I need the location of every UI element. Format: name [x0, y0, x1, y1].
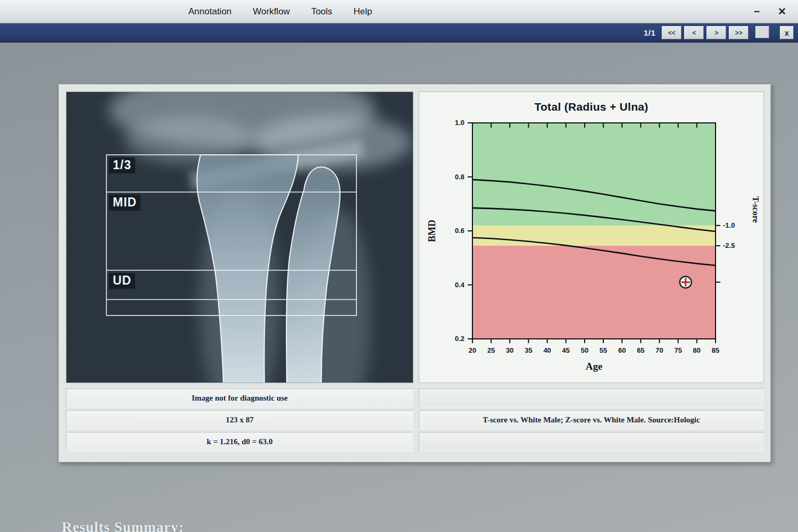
x-tick-label: 80	[693, 346, 701, 354]
menu-items: Annotation Workflow Tools Help	[180, 2, 381, 22]
caption-row-empty	[419, 432, 764, 451]
roi-label-one-third: 1/3	[109, 157, 135, 173]
blank-button[interactable]	[755, 26, 769, 38]
chart-title: Total (Radius + Ulna)	[419, 101, 763, 113]
page-toolbar: 1/1 << < > >> x	[0, 23, 798, 43]
x-tick-label: 20	[469, 346, 476, 354]
y-tick-label: 0.8	[455, 173, 464, 181]
x-tick-label: 35	[525, 346, 532, 354]
menu-bar: Annotation Workflow Tools Help − ✕	[0, 0, 798, 23]
t-score-axis-label: T-score	[751, 196, 760, 223]
application-window: Annotation Workflow Tools Help − ✕ 1/1 <…	[0, 0, 798, 532]
x-tick-label: 55	[600, 346, 607, 354]
x-tick-label: 65	[637, 346, 644, 354]
last-page-button[interactable]: >>	[729, 26, 749, 39]
report-document-window: 1/3 MID UD Image not for diagnostic use …	[59, 84, 771, 463]
zone-osteoporosis	[472, 246, 716, 339]
x-tick-label: 45	[562, 346, 570, 354]
menu-tools[interactable]: Tools	[303, 2, 341, 22]
tscore-tick-label: -2.5	[723, 242, 735, 250]
x-tick-label: 85	[712, 346, 719, 354]
x-axis-label: Age	[586, 361, 603, 372]
bmd-chart-svg: 20253035404550556065707580851.00.80.60.4…	[419, 115, 766, 381]
x-tick-label: 75	[674, 346, 681, 354]
xray-panel: 1/3 MID UD Image not for diagnostic use …	[66, 92, 413, 455]
page-indicator: 1/1	[644, 28, 655, 37]
chart-caption-rows: T-score vs. White Male; Z-score vs. Whit…	[419, 388, 764, 451]
menu-workflow[interactable]: Workflow	[244, 2, 298, 22]
x-tick-label: 25	[487, 346, 495, 354]
xray-caption-rows: Image not for diagnostic use 123 x 87 k …	[66, 388, 413, 451]
chart-panel: Total (Radius + Ulna) 202530354045505560…	[419, 92, 764, 455]
x-tick-label: 70	[655, 346, 663, 354]
x-tick-label: 40	[543, 346, 551, 354]
caption-calibration-values: k = 1.216, d0 = 63.0	[66, 432, 413, 451]
caption-row-empty	[419, 388, 764, 408]
x-tick-label: 60	[618, 346, 626, 354]
x-tick-label: 30	[506, 346, 513, 354]
close-icon[interactable]: ✕	[778, 6, 786, 16]
menu-annotation[interactable]: Annotation	[180, 2, 240, 22]
page-nav-group: << < > >>	[662, 26, 769, 39]
caption-scan-dimensions: 123 x 87	[66, 410, 413, 429]
caption-diagnostic-disclaimer: Image not for diagnostic use	[66, 388, 413, 408]
xray-image: 1/3 MID UD	[66, 92, 413, 383]
menu-help[interactable]: Help	[345, 2, 381, 22]
y-axis-label: BMD	[427, 220, 437, 242]
tscore-tick-label: -1.0	[723, 221, 735, 229]
prev-page-button[interactable]: <	[684, 26, 704, 39]
zone-normal	[472, 123, 716, 226]
zone-osteopenia	[472, 226, 716, 246]
results-summary-heading: Results Summary:	[62, 519, 184, 532]
caption-reference-source: T-score vs. White Male; Z-score vs. Whit…	[419, 410, 764, 429]
y-tick-label: 1.0	[455, 119, 464, 127]
next-page-button[interactable]: >	[706, 26, 726, 39]
first-page-button[interactable]: <<	[662, 26, 681, 39]
roi-label-mid: MID	[109, 195, 140, 211]
y-tick-label: 0.2	[455, 335, 464, 343]
xray-svg	[66, 92, 413, 383]
y-tick-label: 0.4	[455, 281, 465, 289]
pane-close-button[interactable]: x	[780, 26, 794, 39]
roi-label-ud: UD	[109, 273, 135, 289]
minimize-icon[interactable]: −	[754, 6, 760, 16]
x-tick-label: 50	[581, 346, 588, 354]
bmd-chart-area: Total (Radius + Ulna) 202530354045505560…	[419, 92, 764, 383]
window-controls: − ✕	[754, 6, 786, 16]
y-tick-label: 0.6	[455, 227, 464, 235]
